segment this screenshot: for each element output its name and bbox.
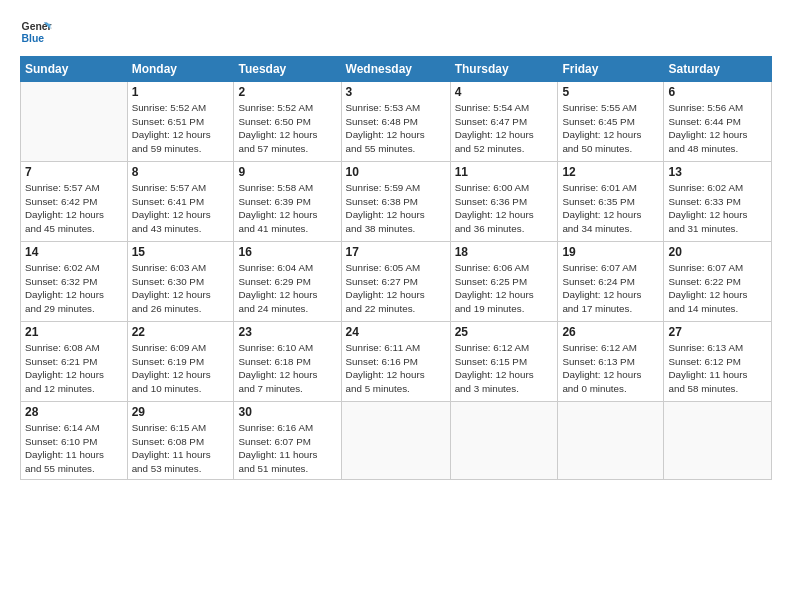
logo: General Blue [20, 16, 52, 48]
calendar-cell: 17Sunrise: 6:05 AM Sunset: 6:27 PM Dayli… [341, 242, 450, 322]
day-number: 27 [668, 325, 767, 339]
day-number: 30 [238, 405, 336, 419]
day-number: 23 [238, 325, 336, 339]
day-info: Sunrise: 6:12 AM Sunset: 6:13 PM Dayligh… [562, 341, 659, 396]
calendar-cell: 9Sunrise: 5:58 AM Sunset: 6:39 PM Daylig… [234, 162, 341, 242]
day-number: 20 [668, 245, 767, 259]
day-number: 3 [346, 85, 446, 99]
day-info: Sunrise: 5:53 AM Sunset: 6:48 PM Dayligh… [346, 101, 446, 156]
day-info: Sunrise: 6:10 AM Sunset: 6:18 PM Dayligh… [238, 341, 336, 396]
day-number: 12 [562, 165, 659, 179]
day-info: Sunrise: 6:01 AM Sunset: 6:35 PM Dayligh… [562, 181, 659, 236]
day-info: Sunrise: 6:14 AM Sunset: 6:10 PM Dayligh… [25, 421, 123, 476]
day-info: Sunrise: 5:59 AM Sunset: 6:38 PM Dayligh… [346, 181, 446, 236]
calendar-cell: 22Sunrise: 6:09 AM Sunset: 6:19 PM Dayli… [127, 322, 234, 402]
calendar-page: General Blue SundayMondayTuesdayWednesda… [0, 0, 792, 612]
day-info: Sunrise: 6:15 AM Sunset: 6:08 PM Dayligh… [132, 421, 230, 476]
day-info: Sunrise: 6:03 AM Sunset: 6:30 PM Dayligh… [132, 261, 230, 316]
day-header-saturday: Saturday [664, 57, 772, 82]
calendar-cell: 23Sunrise: 6:10 AM Sunset: 6:18 PM Dayli… [234, 322, 341, 402]
day-number: 25 [455, 325, 554, 339]
calendar-cell: 12Sunrise: 6:01 AM Sunset: 6:35 PM Dayli… [558, 162, 664, 242]
calendar-cell: 6Sunrise: 5:56 AM Sunset: 6:44 PM Daylig… [664, 82, 772, 162]
day-number: 17 [346, 245, 446, 259]
day-number: 28 [25, 405, 123, 419]
day-info: Sunrise: 6:07 AM Sunset: 6:24 PM Dayligh… [562, 261, 659, 316]
day-info: Sunrise: 5:55 AM Sunset: 6:45 PM Dayligh… [562, 101, 659, 156]
calendar-cell: 2Sunrise: 5:52 AM Sunset: 6:50 PM Daylig… [234, 82, 341, 162]
day-number: 4 [455, 85, 554, 99]
week-row-5: 28Sunrise: 6:14 AM Sunset: 6:10 PM Dayli… [21, 402, 772, 480]
day-info: Sunrise: 5:52 AM Sunset: 6:50 PM Dayligh… [238, 101, 336, 156]
day-info: Sunrise: 5:54 AM Sunset: 6:47 PM Dayligh… [455, 101, 554, 156]
day-header-tuesday: Tuesday [234, 57, 341, 82]
day-number: 29 [132, 405, 230, 419]
day-number: 26 [562, 325, 659, 339]
calendar-cell: 28Sunrise: 6:14 AM Sunset: 6:10 PM Dayli… [21, 402, 128, 480]
day-number: 18 [455, 245, 554, 259]
day-header-friday: Friday [558, 57, 664, 82]
day-info: Sunrise: 6:00 AM Sunset: 6:36 PM Dayligh… [455, 181, 554, 236]
day-number: 19 [562, 245, 659, 259]
day-info: Sunrise: 6:07 AM Sunset: 6:22 PM Dayligh… [668, 261, 767, 316]
day-info: Sunrise: 6:06 AM Sunset: 6:25 PM Dayligh… [455, 261, 554, 316]
calendar-cell: 21Sunrise: 6:08 AM Sunset: 6:21 PM Dayli… [21, 322, 128, 402]
day-number: 9 [238, 165, 336, 179]
header: General Blue [20, 16, 772, 48]
day-number: 11 [455, 165, 554, 179]
day-number: 6 [668, 85, 767, 99]
calendar-cell: 19Sunrise: 6:07 AM Sunset: 6:24 PM Dayli… [558, 242, 664, 322]
week-row-2: 7Sunrise: 5:57 AM Sunset: 6:42 PM Daylig… [21, 162, 772, 242]
day-info: Sunrise: 6:02 AM Sunset: 6:33 PM Dayligh… [668, 181, 767, 236]
calendar-cell [558, 402, 664, 480]
calendar-cell: 11Sunrise: 6:00 AM Sunset: 6:36 PM Dayli… [450, 162, 558, 242]
day-number: 24 [346, 325, 446, 339]
day-number: 5 [562, 85, 659, 99]
calendar-cell: 25Sunrise: 6:12 AM Sunset: 6:15 PM Dayli… [450, 322, 558, 402]
week-row-1: 1Sunrise: 5:52 AM Sunset: 6:51 PM Daylig… [21, 82, 772, 162]
calendar-cell: 10Sunrise: 5:59 AM Sunset: 6:38 PM Dayli… [341, 162, 450, 242]
calendar-cell [21, 82, 128, 162]
calendar-cell [664, 402, 772, 480]
day-number: 13 [668, 165, 767, 179]
day-info: Sunrise: 5:57 AM Sunset: 6:42 PM Dayligh… [25, 181, 123, 236]
day-info: Sunrise: 6:09 AM Sunset: 6:19 PM Dayligh… [132, 341, 230, 396]
calendar-cell: 20Sunrise: 6:07 AM Sunset: 6:22 PM Dayli… [664, 242, 772, 322]
calendar-cell: 7Sunrise: 5:57 AM Sunset: 6:42 PM Daylig… [21, 162, 128, 242]
logo-icon: General Blue [20, 16, 52, 48]
day-info: Sunrise: 5:57 AM Sunset: 6:41 PM Dayligh… [132, 181, 230, 236]
calendar-cell: 16Sunrise: 6:04 AM Sunset: 6:29 PM Dayli… [234, 242, 341, 322]
calendar-cell: 1Sunrise: 5:52 AM Sunset: 6:51 PM Daylig… [127, 82, 234, 162]
calendar-cell: 30Sunrise: 6:16 AM Sunset: 6:07 PM Dayli… [234, 402, 341, 480]
day-info: Sunrise: 6:02 AM Sunset: 6:32 PM Dayligh… [25, 261, 123, 316]
calendar-cell [450, 402, 558, 480]
calendar-table: SundayMondayTuesdayWednesdayThursdayFrid… [20, 56, 772, 480]
day-number: 10 [346, 165, 446, 179]
day-info: Sunrise: 6:16 AM Sunset: 6:07 PM Dayligh… [238, 421, 336, 476]
calendar-cell: 29Sunrise: 6:15 AM Sunset: 6:08 PM Dayli… [127, 402, 234, 480]
day-header-thursday: Thursday [450, 57, 558, 82]
day-info: Sunrise: 5:56 AM Sunset: 6:44 PM Dayligh… [668, 101, 767, 156]
day-number: 21 [25, 325, 123, 339]
day-number: 16 [238, 245, 336, 259]
day-info: Sunrise: 6:11 AM Sunset: 6:16 PM Dayligh… [346, 341, 446, 396]
day-number: 14 [25, 245, 123, 259]
week-row-4: 21Sunrise: 6:08 AM Sunset: 6:21 PM Dayli… [21, 322, 772, 402]
svg-text:Blue: Blue [22, 33, 45, 44]
day-info: Sunrise: 6:12 AM Sunset: 6:15 PM Dayligh… [455, 341, 554, 396]
day-number: 1 [132, 85, 230, 99]
days-header-row: SundayMondayTuesdayWednesdayThursdayFrid… [21, 57, 772, 82]
day-info: Sunrise: 5:58 AM Sunset: 6:39 PM Dayligh… [238, 181, 336, 236]
calendar-cell: 3Sunrise: 5:53 AM Sunset: 6:48 PM Daylig… [341, 82, 450, 162]
day-header-sunday: Sunday [21, 57, 128, 82]
calendar-cell: 4Sunrise: 5:54 AM Sunset: 6:47 PM Daylig… [450, 82, 558, 162]
day-header-wednesday: Wednesday [341, 57, 450, 82]
calendar-cell: 14Sunrise: 6:02 AM Sunset: 6:32 PM Dayli… [21, 242, 128, 322]
calendar-cell: 26Sunrise: 6:12 AM Sunset: 6:13 PM Dayli… [558, 322, 664, 402]
day-number: 2 [238, 85, 336, 99]
day-info: Sunrise: 5:52 AM Sunset: 6:51 PM Dayligh… [132, 101, 230, 156]
day-number: 8 [132, 165, 230, 179]
day-info: Sunrise: 6:08 AM Sunset: 6:21 PM Dayligh… [25, 341, 123, 396]
day-number: 22 [132, 325, 230, 339]
calendar-cell: 27Sunrise: 6:13 AM Sunset: 6:12 PM Dayli… [664, 322, 772, 402]
